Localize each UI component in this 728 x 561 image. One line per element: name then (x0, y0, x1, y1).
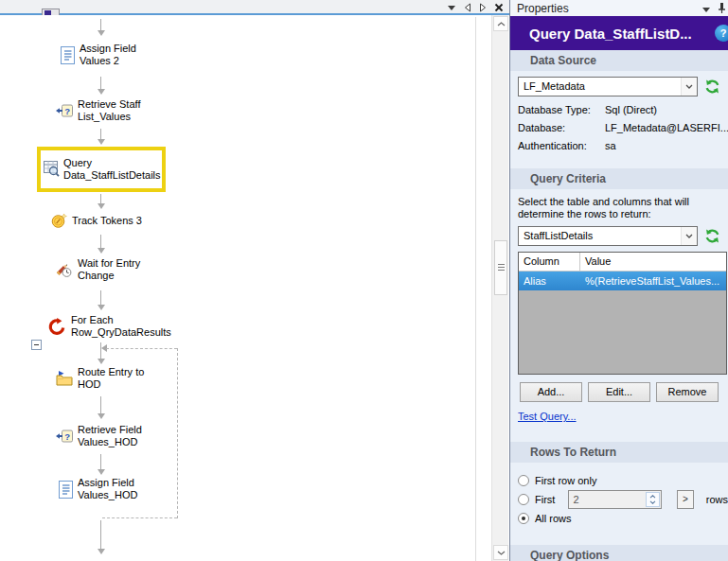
node-label: Track Tokens 3 (72, 215, 142, 227)
grid-row-selected[interactable]: Alias %(RetrieveStaffList_Values... (519, 272, 726, 290)
query-data-icon (44, 159, 60, 181)
retrieve-values-icon: ? (56, 430, 73, 443)
for-each-collapse-toggle[interactable] (31, 340, 42, 350)
activity-header: Query Data_StaffListD... ? (510, 16, 728, 50)
grid-header-value[interactable]: Value (580, 253, 726, 271)
help-icon[interactable]: ? (715, 25, 728, 42)
loop-dashed-right (177, 348, 178, 518)
nav-right-icon[interactable] (479, 3, 487, 12)
svg-text:?: ? (64, 431, 70, 442)
grid-header-row[interactable]: Column Value (519, 253, 726, 272)
option-first-row-only[interactable]: First row only (518, 471, 728, 490)
field-database: Database:LF_Metadata@LASERFI... (518, 119, 728, 137)
canvas-vertical-scrollbar[interactable] (491, 15, 508, 561)
flow-arrow (100, 396, 101, 417)
remove-button[interactable]: Remove (656, 382, 719, 402)
field-authentication: Authentication:sa (518, 137, 728, 155)
section-header-rows-to-return: Rows To Return (510, 442, 728, 463)
workflow-node-assign-field-values-hod[interactable]: Assign FieldValues_HOD (59, 477, 137, 501)
pin-icon[interactable] (718, 2, 726, 17)
svg-text:?: ? (64, 106, 70, 116)
radio-all-rows[interactable] (518, 513, 529, 524)
node-label: Retrieve FieldValues_HOD (78, 424, 142, 448)
section-header-data-source: Data Source (510, 50, 728, 71)
workflow-node-retrieve-staff-list-values[interactable]: ? Retrieve StaffList_Values (56, 98, 140, 123)
token-picker-button[interactable]: > (677, 490, 694, 509)
refresh-table-icon[interactable] (704, 228, 720, 244)
chevron-down-icon[interactable] (681, 78, 697, 96)
add-button[interactable]: Add... (520, 382, 582, 402)
properties-titlebar: Properties (510, 0, 728, 16)
document-tabstrip (0, 0, 509, 15)
table-value: StaffListDetails (524, 230, 593, 241)
clipped-tab-icon[interactable] (42, 9, 60, 15)
grid-header-column[interactable]: Column (519, 253, 580, 271)
node-label: Assign FieldValues_HOD (78, 477, 137, 501)
workflow-node-assign-field-values-2[interactable]: Assign FieldValues 2 (61, 43, 136, 67)
workflow-node-query-data-stafflistdetails[interactable]: QueryData_StaffListDetails (37, 147, 166, 192)
flow-arrow (100, 235, 101, 252)
properties-title: Properties (517, 2, 569, 15)
assign-field-icon (61, 46, 75, 64)
section-header-query-options: Query Options (510, 545, 728, 561)
workflow-canvas[interactable]: Assign FieldValues 2 ? Retrieve StaffLis… (0, 17, 491, 561)
retrieve-values-icon: ? (56, 104, 73, 117)
files-dropdown-icon[interactable] (447, 4, 456, 11)
chevron-down-icon[interactable] (681, 227, 697, 245)
loop-dashed-top (106, 348, 177, 349)
workflow-node-route-entry-to-hod[interactable]: Route Entry toHOD (56, 366, 144, 391)
flow-arrow (100, 454, 101, 473)
option-all-rows[interactable]: All rows (518, 509, 728, 528)
data-source-value: LF_Metadata (524, 80, 585, 92)
section-header-query-criteria: Query Criteria (510, 168, 728, 189)
edit-button[interactable]: Edit... (588, 382, 650, 402)
flow-arrow (100, 19, 101, 34)
node-label: Wait for EntryChange (78, 257, 140, 282)
workflow-node-for-each-row-qrydataresults[interactable]: For EachRow_QryDataResults (48, 314, 171, 339)
close-icon[interactable] (494, 3, 504, 12)
properties-panel: Properties Query Data_StaffListD... ? Da… (509, 0, 728, 561)
scrollbar-grip-icon (498, 264, 505, 272)
flow-arrow (100, 129, 101, 143)
loop-dashed-bottom (102, 517, 177, 518)
node-label: Retrieve StaffList_Values (78, 98, 140, 123)
canvas-page-edge (475, 17, 476, 561)
scrollbar-thumb[interactable] (494, 240, 507, 295)
route-folder-icon (56, 371, 73, 386)
node-label: For EachRow_QryDataResults (71, 314, 171, 339)
workflow-node-wait-for-entry-change[interactable]: Wait for EntryChange (55, 257, 140, 282)
criteria-grid[interactable]: Column Value Alias %(RetrieveStaffList_V… (518, 252, 727, 375)
table-combobox[interactable]: StaffListDetails (518, 226, 698, 246)
activity-title: Query Data_StaffListD... (529, 26, 692, 42)
data-source-combobox[interactable]: LF_Metadata (518, 77, 698, 96)
workflow-node-retrieve-field-values-hod[interactable]: ? Retrieve FieldValues_HOD (56, 424, 142, 448)
designer-pane: Assign FieldValues 2 ? Retrieve StaffLis… (0, 0, 509, 561)
field-database-type: Database Type:Sql (Direct) (518, 101, 728, 119)
flow-arrow (100, 77, 101, 93)
workflow-node-track-tokens-3[interactable]: Track Tokens 3 (51, 211, 142, 230)
option-first-n-rows[interactable]: First 2 > rows (518, 490, 728, 509)
test-query-link[interactable]: Test Query... (518, 411, 577, 422)
flow-arrow (100, 290, 101, 308)
panel-dropdown-icon[interactable] (701, 3, 711, 16)
refresh-data-source-icon[interactable] (704, 79, 720, 95)
flow-arrow (100, 194, 101, 207)
nav-left-icon[interactable] (464, 3, 471, 12)
token-icon (51, 213, 67, 229)
node-label: Assign FieldValues 2 (80, 43, 136, 67)
node-label: Route Entry toHOD (78, 366, 144, 391)
flow-arrow (100, 520, 101, 552)
node-label: QueryData_StaffListDetails (63, 157, 161, 182)
radio-first-n[interactable] (518, 494, 529, 505)
assign-field-icon (59, 481, 73, 499)
stepper-arrows-icon[interactable] (646, 492, 660, 507)
scroll-down-button[interactable] (493, 545, 508, 560)
row-count-stepper[interactable]: 2 (568, 490, 662, 509)
for-each-icon (48, 318, 66, 336)
workflow-designer-window: Assign FieldValues 2 ? Retrieve StaffLis… (0, 0, 728, 561)
query-criteria-description: Select the table and columns that will d… (518, 196, 720, 220)
scroll-up-button[interactable] (493, 16, 508, 31)
radio-first-row-only[interactable] (518, 475, 529, 486)
wait-entry-icon (55, 261, 73, 279)
